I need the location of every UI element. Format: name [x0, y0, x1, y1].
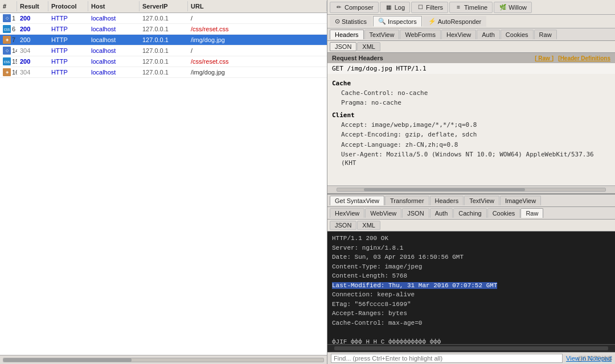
- resp-subtab-xml[interactable]: XML: [357, 221, 380, 230]
- cell-url: /: [188, 46, 327, 56]
- tab-textview[interactable]: TextView: [364, 30, 400, 39]
- scrollbar-thumb[interactable]: [3, 358, 132, 362]
- tab-auth[interactable]: Auth: [477, 30, 500, 39]
- log-button[interactable]: ▦ Log: [380, 2, 410, 13]
- resp-tab-caching[interactable]: Caching: [453, 208, 486, 218]
- cell-host: localhost: [88, 67, 140, 77]
- filters-icon: ☐: [416, 3, 424, 11]
- resp-tab-headers[interactable]: Headers: [430, 196, 464, 205]
- table-header: # Result Protocol Host ServerIP URL: [0, 0, 327, 13]
- timeline-icon: ≡: [454, 3, 462, 11]
- img-icon: ◈: [3, 68, 11, 76]
- traffic-table-body: ◇1 200 HTTP localhost 127.0.0.1 / css6 2…: [0, 13, 327, 355]
- css-icon: css: [3, 57, 11, 65]
- response-sub-tabs: JSON XML: [327, 220, 615, 231]
- tab-hexview[interactable]: HexView: [441, 30, 476, 39]
- cell-protocol: HTTP: [48, 46, 88, 56]
- col-result[interactable]: Result: [17, 1, 48, 11]
- header-item: Accept-Encoding: gzip, deflate, sdch: [332, 130, 610, 139]
- response-line: Connection: keep-alive: [332, 290, 610, 300]
- response-hscroll[interactable]: [327, 344, 615, 352]
- resp-tab-imageview[interactable]: ImageView: [500, 196, 541, 205]
- inspector-panel: ✏ Composer ▦ Log ☐ Filters ≡ Timeline 🌿 …: [327, 0, 615, 364]
- table-row[interactable]: css15 200 HTTP localhost 127.0.0.1 /css/…: [0, 56, 327, 67]
- statistics-button[interactable]: ⊙ Statistics: [330, 16, 372, 27]
- resp-tab-transformer[interactable]: Transformer: [385, 196, 429, 205]
- resp-tab-cookies[interactable]: Cookies: [487, 208, 520, 218]
- table-row[interactable]: ◈16 304 HTTP localhost 127.0.0.1 /img/do…: [0, 67, 327, 78]
- resp-hscroll-track[interactable]: [334, 346, 608, 350]
- resp-tab-auth[interactable]: Auth: [430, 208, 453, 218]
- html-icon: ◇: [3, 14, 11, 22]
- cell-host: localhost: [88, 35, 140, 45]
- resp-tab-textview[interactable]: TextView: [464, 196, 499, 205]
- tab-headers[interactable]: Headers: [330, 30, 364, 39]
- response-line: Server: nginx/1.8.1: [332, 243, 610, 253]
- inspectors-button[interactable]: 🔍 Inspectors: [373, 16, 422, 27]
- h-scroll-thumb[interactable]: [364, 188, 525, 191]
- cell-result: 304: [17, 46, 48, 56]
- col-url[interactable]: URL: [188, 1, 327, 11]
- subtab-json[interactable]: JSON: [330, 42, 356, 51]
- tab-webforms[interactable]: WebForms: [400, 30, 441, 39]
- cell-result: 200: [17, 13, 48, 23]
- table-row[interactable]: css6 200 HTTP localhost 127.0.0.1 /css/r…: [0, 24, 327, 35]
- col-serverip[interactable]: ServerIP: [140, 1, 188, 11]
- tab-cookies[interactable]: Cookies: [501, 30, 534, 39]
- css-icon: css: [3, 25, 11, 33]
- response-tabs-row1: Get SyntaxViewTransformerHeadersTextView…: [327, 195, 615, 207]
- request-hscroll[interactable]: [327, 185, 615, 193]
- header-item: User-Agent: Mozilla/5.0 (Windows NT 10.0…: [332, 150, 610, 168]
- autoresponder-button[interactable]: ⚡ AutoResponder: [423, 16, 486, 27]
- raw-link[interactable]: [ Raw ]: [535, 55, 554, 61]
- resp-tab-get-syntaxview[interactable]: Get SyntaxView: [330, 196, 384, 205]
- statistics-icon: ⊙: [335, 18, 340, 25]
- response-line: фJIF ффф H H C фффффффффф ффф: [332, 337, 610, 345]
- col-number[interactable]: #: [0, 1, 17, 11]
- table-row[interactable]: ◇1 200 HTTP localhost 127.0.0.1 /: [0, 13, 327, 24]
- col-host[interactable]: Host: [88, 1, 140, 11]
- resp-tab-webview[interactable]: WebView: [365, 208, 401, 218]
- resp-subtab-json[interactable]: JSON: [330, 221, 356, 230]
- response-line: HTTP/1.1 200 OK: [332, 234, 610, 243]
- cell-url: /css/reset.css: [188, 56, 327, 67]
- cell-url: /img/dog.jpg: [188, 35, 327, 45]
- table-row[interactable]: ◈7 200 HTTP localhost 127.0.0.1 /img/dog…: [0, 35, 327, 46]
- filters-button[interactable]: ☐ Filters: [411, 2, 448, 13]
- table-row[interactable]: ◇14 304 HTTP localhost 127.0.0.1 /: [0, 46, 327, 56]
- sub-tabs: JSON XML: [327, 41, 615, 53]
- header-def-link[interactable]: [Header Definitions: [558, 55, 610, 61]
- cell-host: localhost: [88, 24, 140, 34]
- request-headers-bar: Request Headers [ Raw ] [Header Definiti…: [327, 53, 615, 63]
- resp-tab-hexview[interactable]: HexView: [330, 208, 364, 218]
- response-line: ETag: "56fcccc8-1699": [332, 300, 610, 309]
- find-input[interactable]: [331, 354, 563, 363]
- cell-num: ◈7: [0, 35, 17, 45]
- response-line: Last-Modified: Thu, 31 Mar 2016 07:07:52…: [332, 281, 610, 291]
- timeline-button[interactable]: ≡ Timeline: [449, 2, 493, 13]
- composer-button[interactable]: ✏ Composer: [330, 2, 379, 13]
- tab-raw[interactable]: Raw: [534, 30, 557, 39]
- h-scroll-track[interactable]: [337, 188, 606, 192]
- cell-serverip: 127.0.0.1: [140, 46, 188, 56]
- cell-protocol: HTTP: [48, 35, 88, 45]
- request-headers-title: Request Headers: [332, 55, 383, 61]
- col-protocol[interactable]: Protocol: [48, 1, 88, 11]
- header-definition-links: [ Raw ] [Header Definitions: [535, 55, 610, 61]
- composer-icon: ✏: [335, 3, 343, 11]
- subtab-xml[interactable]: XML: [357, 42, 380, 51]
- cell-protocol: HTTP: [48, 24, 88, 34]
- log-icon: ▦: [385, 3, 393, 11]
- scrollbar-track[interactable]: [3, 358, 324, 362]
- top-toolbar: ✏ Composer ▦ Log ☐ Filters ≡ Timeline 🌿 …: [327, 0, 615, 15]
- cell-protocol: HTTP: [48, 13, 88, 23]
- response-line: Date: Sun, 03 Apr 2016 16:50:56 GMT: [332, 253, 610, 262]
- resp-tab-json[interactable]: JSON: [402, 208, 429, 218]
- inspectors-icon: 🔍: [378, 18, 386, 25]
- horizontal-scrollbar[interactable]: [0, 355, 327, 364]
- resp-tab-raw[interactable]: Raw: [520, 208, 543, 218]
- cell-host: localhost: [88, 46, 140, 56]
- cell-serverip: 127.0.0.1: [140, 24, 188, 34]
- second-toolbar: ⊙ Statistics 🔍 Inspectors ⚡ AutoResponde…: [327, 15, 615, 28]
- willow-button[interactable]: 🌿 Willow: [494, 2, 532, 13]
